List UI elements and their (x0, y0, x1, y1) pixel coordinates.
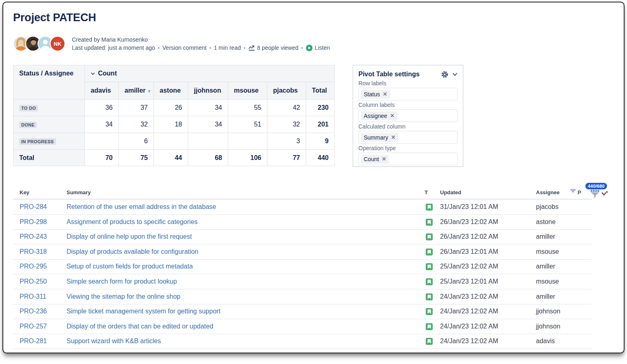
pivot-col-astone[interactable]: astone (154, 82, 188, 100)
col-priority[interactable]: P (578, 189, 581, 195)
column-labels-label: Column labels (358, 102, 458, 109)
analytics-icon (248, 45, 255, 51)
issue-summary-link[interactable]: Display of the orders that can be edited… (67, 319, 213, 334)
issue-updated: 24/Jan/23 12:02 AM (440, 289, 498, 304)
issue-summary-link[interactable]: Retention of the user email address in t… (67, 200, 216, 214)
settings-title: Pivot Table settings (358, 71, 420, 78)
avatar-group[interactable]: NK (13, 36, 65, 51)
remove-icon[interactable]: ✕ (391, 134, 396, 140)
issue-assignee: astone (536, 215, 556, 229)
issue-summary-link[interactable]: Simple search form for product lookup (67, 274, 177, 289)
byline: NK Created by Maria Kurnosenko Last upda… (13, 36, 330, 52)
issue-updated: 24/Jan/23 12:02 AM (440, 304, 498, 319)
status-lozenge-done: DONE (19, 122, 37, 128)
pivot-row-todo: TO DO 36 37 26 34 55 42 230 (13, 100, 335, 116)
pivot-col-jjohnson[interactable]: jjohnson (188, 82, 228, 100)
story-type-icon[interactable] (426, 323, 433, 330)
story-type-icon[interactable] (426, 308, 433, 315)
issue-summary-link[interactable]: Setup of custom fields for product metad… (67, 259, 193, 274)
people-viewed[interactable]: 8 people viewed (248, 44, 298, 51)
gear-icon[interactable] (441, 71, 449, 78)
column-labels-input[interactable]: Assignee✕ (358, 109, 458, 122)
remove-icon[interactable]: ✕ (382, 156, 386, 162)
issue-summary-link[interactable]: Assignment of products to specific categ… (67, 215, 198, 229)
created-by: Created by Maria Kurnosenko (72, 36, 330, 44)
story-type-icon[interactable] (426, 249, 433, 255)
issue-summary-link[interactable]: Support wizard with K&B articles (67, 334, 161, 348)
story-type-icon[interactable] (426, 219, 433, 226)
story-type-icon[interactable] (426, 293, 433, 300)
chevron-down-icon[interactable] (452, 73, 458, 76)
issue-row: PRO-281 Support wizard with K&B articles… (13, 334, 592, 349)
calculated-column-label: Calculated column (358, 123, 458, 131)
issue-updated: 26/Jan/23 12:02 AM (440, 229, 498, 244)
story-type-icon[interactable] (426, 278, 433, 285)
issue-key-link[interactable]: PRO-311 (20, 289, 47, 304)
story-type-icon[interactable] (426, 263, 433, 270)
issue-key-link[interactable]: PRO-257 (20, 319, 47, 334)
pivot-settings-panel: Pivot Table settings Row labels Status✕ … (353, 65, 463, 167)
tag-count[interactable]: Count✕ (361, 155, 389, 164)
chevron-down-red-dot-icon[interactable] (601, 191, 608, 196)
issue-summary-link[interactable]: Display of products available for config… (67, 244, 198, 259)
issue-row: PRO-318 Display of products available fo… (13, 244, 592, 260)
page-title: Project PATECH (13, 11, 96, 24)
pivot-col-amiller[interactable]: amiller▼ (119, 82, 154, 100)
issue-updated: 26/Jan/23 12:01 AM (440, 244, 498, 259)
story-type-icon[interactable] (426, 338, 433, 345)
col-type[interactable]: T (425, 189, 428, 195)
issue-assignee: amiller (536, 259, 555, 274)
issue-assignee: msouse (536, 274, 559, 289)
issue-key-link[interactable]: PRO-284 (20, 200, 47, 214)
tag-status[interactable]: Status✕ (361, 90, 390, 99)
row-labels-input[interactable]: Status✕ (358, 88, 458, 100)
story-type-icon[interactable] (426, 204, 433, 211)
issue-updated: 24/Jan/23 12:02 AM (440, 319, 498, 334)
remove-icon[interactable]: ✕ (383, 91, 387, 97)
story-type-icon[interactable] (426, 233, 433, 240)
page-card: Project PATECH (2, 2, 625, 353)
status-lozenge-inprogress: IN PROGRESS (19, 138, 56, 145)
issue-summary-link[interactable]: Display of online help upon the first re… (67, 229, 192, 244)
issue-summary-link[interactable]: Simple ticket management system for gett… (67, 304, 220, 319)
issue-row: PRO-243 Display of online help upon the … (13, 229, 592, 244)
col-assignee[interactable]: Assignee (536, 189, 560, 195)
pivot-col-pjacobs[interactable]: pjacobs (267, 82, 306, 100)
version-comment-link[interactable]: Version comment (162, 44, 207, 51)
issue-key-link[interactable]: PRO-318 (20, 244, 47, 259)
issue-key-link[interactable]: PRO-295 (20, 259, 47, 274)
issue-updated: 25/Jan/23 12:02 AM (440, 259, 498, 274)
operation-type-input[interactable]: Count✕ (358, 153, 458, 165)
col-updated[interactable]: Updated (440, 189, 461, 195)
issue-key-link[interactable]: PRO-281 (20, 334, 47, 348)
pivot-col-adavis[interactable]: adavis (85, 82, 119, 100)
listen-button[interactable]: Listen (306, 44, 330, 51)
calculated-column-input[interactable]: Summary✕ (358, 131, 458, 144)
filter-large-icon[interactable] (590, 189, 600, 198)
issue-updated: 24/Jan/23 12:02 AM (440, 334, 498, 348)
tag-assignee[interactable]: Assignee✕ (361, 111, 398, 120)
issue-updated: 26/Jan/23 12:02 AM (440, 215, 498, 229)
issue-updated: 25/Jan/23 12:01 AM (440, 274, 498, 289)
sort-icon: ▼ (147, 89, 151, 93)
col-key[interactable]: Key (20, 189, 29, 195)
issues-table-header: Key Summary T Updated Assignee P (13, 186, 592, 200)
issue-summary-link[interactable]: Viewing the sitemap for the online shop (67, 289, 180, 304)
issue-key-link[interactable]: PRO-236 (20, 304, 47, 319)
issue-key-link[interactable]: PRO-250 (20, 274, 47, 289)
pivot-row-done: DONE 34 32 18 34 51 32 201 (13, 116, 335, 133)
issue-row: PRO-236 Simple ticket management system … (13, 304, 592, 319)
filter-small-icon[interactable] (570, 189, 576, 194)
remove-icon[interactable]: ✕ (390, 113, 395, 119)
pivot-col-total[interactable]: Total (306, 82, 335, 100)
avatar-nk[interactable]: NK (50, 36, 65, 51)
tag-summary[interactable]: Summary✕ (361, 133, 398, 142)
issue-assignee: adavis (536, 334, 555, 348)
col-summary[interactable]: Summary (67, 189, 91, 195)
pivot-value-header[interactable]: Count (85, 65, 335, 82)
issue-key-link[interactable]: PRO-243 (20, 229, 47, 244)
issue-key-link[interactable]: PRO-298 (20, 215, 47, 229)
issue-assignee: jjohnson (536, 319, 560, 334)
issue-row: PRO-298 Assignment of products to specif… (13, 215, 592, 230)
pivot-col-msouse[interactable]: msouse (228, 82, 267, 100)
